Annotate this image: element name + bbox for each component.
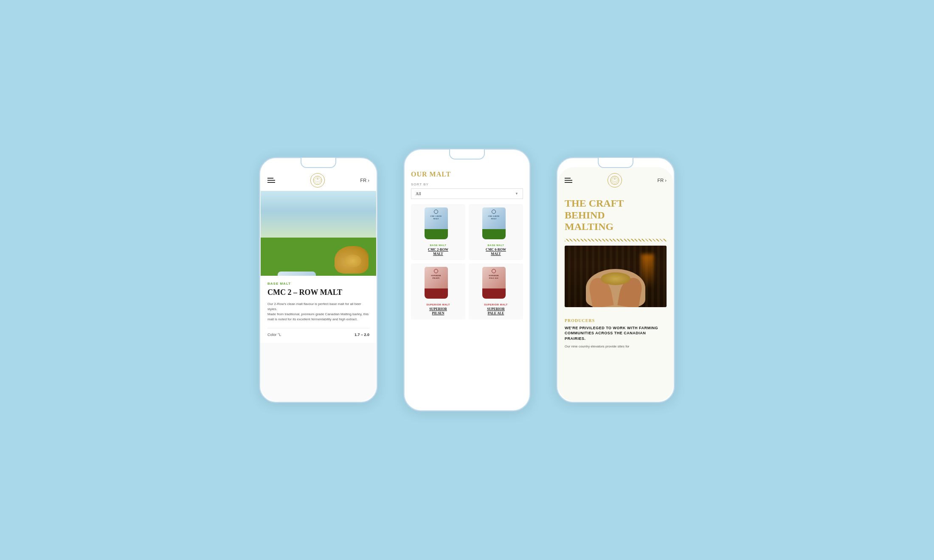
- spec-value: 1.7 – 2.0: [354, 333, 369, 337]
- phone-3-volume-down: [556, 221, 557, 235]
- sort-by-label: SORT BY: [411, 182, 523, 186]
- mini-bag-pilsen: SUPERIORPILSEN: [425, 267, 448, 299]
- phone-power-button: [377, 209, 378, 232]
- sort-select-value: All: [416, 191, 421, 196]
- product-card-2-category: BASE MALT: [487, 244, 504, 246]
- product-info: BASE MALT CMC 2 – ROW MALT Our 2-Row's c…: [261, 276, 376, 343]
- hamburger-menu-icon[interactable]: [267, 178, 275, 183]
- mini-bag-6row-logo: [492, 210, 496, 214]
- products-grid: CMC 2-ROWMALT BASE MALT CMC 2-ROWMALT CM…: [411, 204, 523, 319]
- product-card-4-image: SUPERIORPALE ALE: [482, 267, 510, 301]
- phone-3-volume-up: [556, 200, 557, 215]
- product-card-2-name: CMC 6-ROWMALT: [486, 248, 506, 257]
- hero-img-inner: [565, 246, 667, 307]
- cmc-logo-icon: CMC: [313, 176, 322, 185]
- sort-select[interactable]: All ▼: [411, 188, 523, 199]
- bag-shape: CMC 2-ROWMALT PRODUCT OF CANADA: [278, 272, 316, 276]
- product-card-1-image: CMC 2-ROWMALT: [425, 207, 452, 241]
- mini-bag-pale-ale-logo: [492, 269, 496, 273]
- phone-1: CMC FR › CMC 2-ROWMALT: [259, 157, 378, 403]
- product-card-4-name: SUPERIORPALE ALE: [487, 307, 504, 316]
- hero-hands-image: [565, 246, 667, 307]
- phone-3-cmc-logo-icon: CMC: [610, 176, 619, 185]
- hatch-stripe-decoration: [565, 239, 667, 241]
- product-card-4[interactable]: SUPERIORPALE ALE SUPERIOR MALT SUPERIORP…: [469, 263, 523, 319]
- mini-bag-2row-bottom: [425, 229, 448, 239]
- mini-bag-pale-ale-text: SUPERIORPALE ALE: [482, 274, 506, 280]
- grain-pile-highlight: [344, 255, 361, 267]
- product-title: CMC 2 – ROW MALT: [267, 288, 369, 297]
- our-malt-title: OUR MALT: [411, 171, 523, 178]
- product-card-3-category: SUPERIOR MALT: [426, 303, 450, 306]
- mini-bag-6row-bottom: [482, 229, 506, 239]
- mini-bag-2row-logo: [434, 210, 438, 214]
- field-sky-bg: [261, 191, 376, 242]
- phone-3-screen: CMC FR › THE CRAFT BEHIND MALTING: [558, 167, 673, 401]
- product-card-2[interactable]: CMC 6-ROWMALT BASE MALT CMC 6-ROWMALT: [469, 204, 523, 260]
- mini-bag-pilsen-bottom: [425, 288, 448, 299]
- product-card-1-category: BASE MALT: [430, 244, 446, 246]
- product-card-3-image: SUPERIORPILSEN: [425, 267, 452, 301]
- product-description: Our 2-Row's clean malt flavour is perfec…: [267, 302, 369, 322]
- phone-1-header: CMC FR ›: [261, 167, 376, 191]
- hero-title: THE CRAFT BEHIND MALTING: [565, 198, 667, 233]
- mini-bag-2row-text: CMC 2-ROWMALT: [425, 215, 448, 220]
- producers-label: PRODUCERS: [565, 318, 667, 323]
- product-card-1-name: CMC 2-ROWMALT: [428, 248, 448, 257]
- dropdown-arrow-icon: ▼: [515, 192, 518, 196]
- product-card-4-category: SUPERIOR MALT: [484, 303, 508, 306]
- product-card-3[interactable]: SUPERIORPILSEN SUPERIOR MALT SUPERIORPIL…: [411, 263, 465, 319]
- mini-bag-pilsen-logo: [434, 269, 438, 273]
- phone-2-volume-up: [403, 192, 404, 207]
- phone-3-power: [675, 209, 675, 232]
- mini-bag-pale-ale: SUPERIORPALE ALE: [482, 267, 506, 299]
- producers-section: PRODUCERS WE'RE PRIVILEGED TO WORK WITH …: [558, 318, 673, 353]
- phone-3-header: CMC FR ›: [558, 167, 673, 191]
- spec-label: Color °L: [267, 333, 281, 337]
- phone-volume-down: [259, 221, 259, 235]
- phone-3-logo-badge: CMC: [608, 173, 622, 188]
- product-card-3-name: SUPERIORPILSEN: [429, 307, 447, 316]
- product-hero-image: CMC 2-ROWMALT PRODUCT OF CANADA: [261, 191, 376, 276]
- phone-1-screen: CMC FR › CMC 2-ROWMALT: [261, 167, 376, 401]
- mini-bag-pale-ale-bottom: [482, 288, 506, 299]
- phone-3-hero: THE CRAFT BEHIND MALTING: [558, 191, 673, 318]
- logo-badge: CMC: [310, 173, 325, 188]
- phone-2: OUR MALT SORT BY All ▼ CMC 2-ROWMALT: [403, 148, 531, 412]
- grain-heap: [601, 272, 630, 285]
- mini-bag-pilsen-text: SUPERIORPILSEN: [425, 274, 448, 280]
- phone-3-hamburger-icon[interactable]: [565, 178, 572, 183]
- phone-1-content: CMC FR › CMC 2-ROWMALT: [261, 167, 376, 401]
- product-spec-row: Color °L 1.7 – 2.0: [267, 328, 369, 337]
- product-card-2-image: CMC 6-ROWMALT: [482, 207, 510, 241]
- phone-3: CMC FR › THE CRAFT BEHIND MALTING: [556, 157, 675, 403]
- producers-text: Our nine country elevators provide sites…: [565, 344, 667, 349]
- product-card-1[interactable]: CMC 2-ROWMALT BASE MALT CMC 2-ROWMALT: [411, 204, 465, 260]
- mini-bag-6row: CMC 6-ROWMALT: [482, 207, 506, 239]
- mini-bag-2row: CMC 2-ROWMALT: [425, 207, 448, 239]
- phone-2-content: OUR MALT SORT BY All ▼ CMC 2-ROWMALT: [405, 159, 529, 410]
- product-category: BASE MALT: [267, 282, 369, 286]
- phone-2-power: [530, 200, 531, 224]
- mini-bag-6row-text: CMC 6-ROWMALT: [482, 215, 506, 220]
- producers-subtitle: WE'RE PRIVILEGED TO WORK WITH FARMING CO…: [565, 325, 667, 342]
- phone-2-volume-down: [403, 212, 404, 227]
- phone-volume-up: [259, 200, 259, 215]
- phone-3-content: CMC FR › THE CRAFT BEHIND MALTING: [558, 167, 673, 401]
- phone-3-language-button[interactable]: FR ›: [658, 178, 667, 183]
- language-button[interactable]: FR ›: [360, 178, 369, 183]
- phone-2-screen: OUR MALT SORT BY All ▼ CMC 2-ROWMALT: [405, 159, 529, 410]
